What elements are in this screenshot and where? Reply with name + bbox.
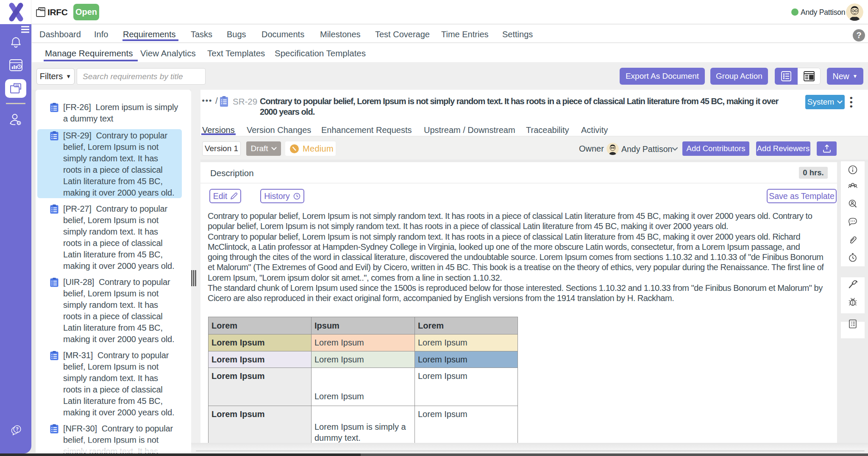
svg-text:?: ? <box>16 426 19 431</box>
